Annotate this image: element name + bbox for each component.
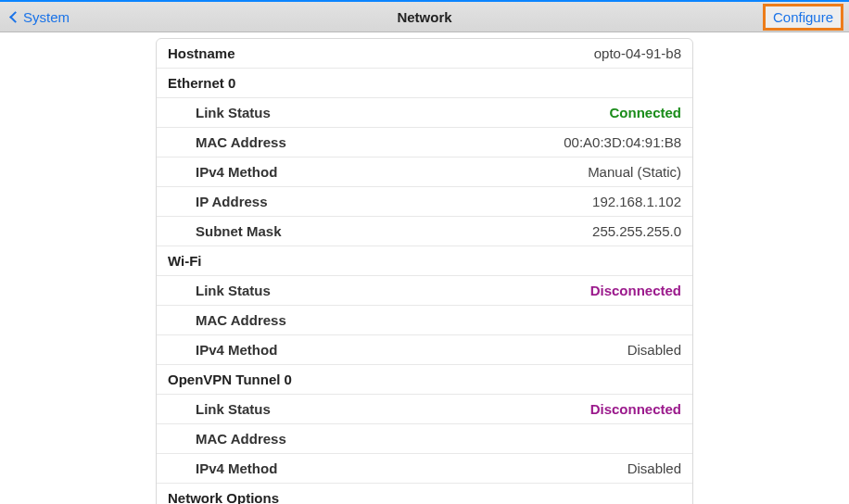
wifi-link-value: Disconnected <box>590 283 681 298</box>
ethernet0-link-label: Link Status <box>168 105 271 120</box>
page-title: Network <box>397 9 451 25</box>
configure-button[interactable]: Configure <box>763 4 843 31</box>
hostname-label: Hostname <box>168 45 235 61</box>
wifi-method-label: IPv4 Method <box>168 342 277 358</box>
openvpn0-method-value: Disabled <box>627 460 681 476</box>
ethernet0-title: Ethernet 0 <box>168 75 235 91</box>
ethernet0-subnet-row: Subnet Mask 255.255.255.0 <box>157 217 692 246</box>
ethernet0-method-value: Manual (Static) <box>588 164 681 180</box>
openvpn0-header: OpenVPN Tunnel 0 <box>157 365 692 395</box>
network-panel: Hostname opto-04-91-b8 Ethernet 0 Link S… <box>156 38 693 504</box>
openvpn0-title: OpenVPN Tunnel 0 <box>168 372 292 387</box>
hostname-row: Hostname opto-04-91-b8 <box>157 39 692 69</box>
ethernet0-link-value: Connected <box>609 105 681 120</box>
ethernet0-ip-row: IP Address 192.168.1.102 <box>157 187 692 217</box>
wifi-method-value: Disabled <box>627 342 681 358</box>
openvpn0-link-row: Link Status Disconnected <box>157 395 692 424</box>
wifi-mac-label: MAC Address <box>168 312 286 328</box>
back-button[interactable]: System <box>6 6 75 28</box>
hostname-value: opto-04-91-b8 <box>594 45 681 61</box>
openvpn0-method-label: IPv4 Method <box>168 460 277 476</box>
ethernet0-mac-value: 00:A0:3D:04:91:B8 <box>564 134 681 150</box>
ethernet0-subnet-value: 255.255.255.0 <box>592 223 681 239</box>
titlebar: System Network Configure <box>0 0 849 32</box>
openvpn0-link-label: Link Status <box>168 401 271 417</box>
ethernet0-method-label: IPv4 Method <box>168 164 277 180</box>
ethernet0-method-row: IPv4 Method Manual (Static) <box>157 158 692 187</box>
wifi-link-row: Link Status Disconnected <box>157 276 692 306</box>
wifi-method-row: IPv4 Method Disabled <box>157 335 692 365</box>
openvpn0-mac-row: MAC Address <box>157 424 692 454</box>
ethernet0-header: Ethernet 0 <box>157 69 692 98</box>
ethernet0-subnet-label: Subnet Mask <box>168 223 282 239</box>
openvpn0-method-row: IPv4 Method Disabled <box>157 454 692 484</box>
openvpn0-link-value: Disconnected <box>590 401 681 417</box>
wifi-header: Wi-Fi <box>157 246 692 276</box>
wifi-link-label: Link Status <box>168 283 271 298</box>
ethernet0-ip-value: 192.168.1.102 <box>592 194 681 209</box>
back-label: System <box>23 9 70 25</box>
chevron-left-icon <box>9 11 21 23</box>
wifi-title: Wi-Fi <box>168 253 202 269</box>
openvpn0-mac-label: MAC Address <box>168 431 286 447</box>
page-body: Hostname opto-04-91-b8 Ethernet 0 Link S… <box>0 32 849 504</box>
network-options-title: Network Options <box>168 490 279 504</box>
ethernet0-mac-row: MAC Address 00:A0:3D:04:91:B8 <box>157 128 692 158</box>
ethernet0-link-row: Link Status Connected <box>157 98 692 128</box>
ethernet0-mac-label: MAC Address <box>168 134 286 150</box>
network-options-header: Network Options <box>157 484 692 504</box>
ethernet0-ip-label: IP Address <box>168 194 268 209</box>
wifi-mac-row: MAC Address <box>157 306 692 335</box>
